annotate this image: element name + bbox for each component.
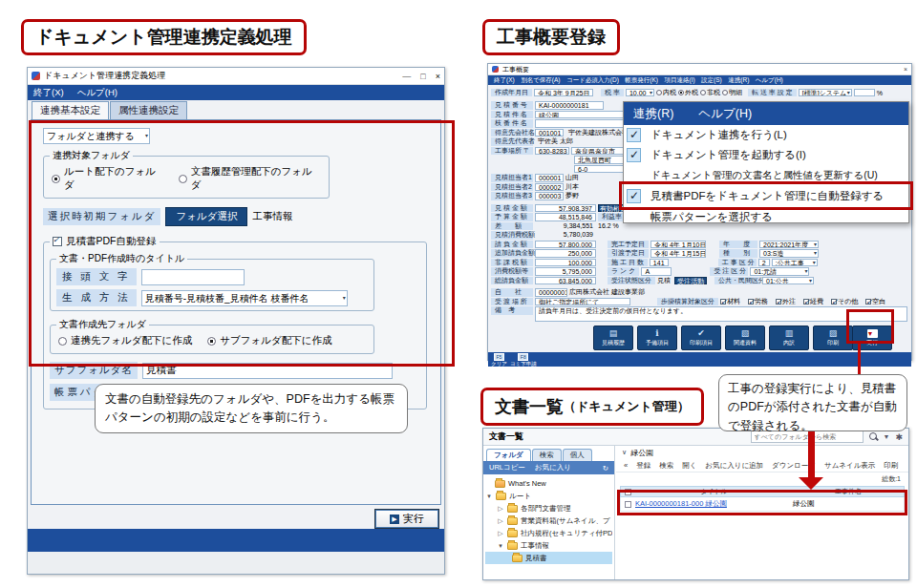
transfer-pct-input[interactable]: [854, 89, 875, 97]
minimize-icon[interactable]: —: [402, 72, 411, 81]
right-select[interactable]: :公共工事: [772, 259, 818, 267]
staff1-code-input[interactable]: 000001: [535, 174, 564, 182]
staff2-code-input[interactable]: 000002: [535, 183, 564, 192]
search-icon[interactable]: [869, 432, 878, 441]
fin-value[interactable]: 57,800,000: [535, 241, 596, 249]
close-icon[interactable]: ×: [904, 66, 907, 73]
maximize-icon[interactable]: □: [420, 72, 425, 81]
menubar-items[interactable]: 終了(X) 別名で保存(A) コード必須入力(D) 帳票発行(K) 項目連絡(I…: [494, 76, 783, 85]
check-other[interactable]: その他: [831, 297, 858, 306]
execute-button[interactable]: ▶ 実行: [375, 510, 438, 528]
menu-item-doc-linkage[interactable]: ドキュメント連携を行う(L): [624, 125, 908, 145]
tab-attr-settings[interactable]: 属性連携設定: [110, 101, 187, 119]
mid-value[interactable]: 令和 4年 1月10日: [650, 241, 706, 249]
fin-value[interactable]: 63,845,000: [535, 277, 596, 285]
right-select[interactable]: 01:元請: [750, 267, 809, 276]
radio-tax-outer[interactable]: 外税: [678, 88, 698, 97]
customer-code-input[interactable]: 001001: [535, 129, 564, 137]
expand-icon[interactable]: ▾: [485, 493, 493, 500]
fin-value[interactable]: 57,908,397: [535, 204, 596, 213]
thumbnail-view-button[interactable]: サムネイル表示: [824, 461, 875, 471]
filter-chevron-icon[interactable]: ▼: [884, 433, 890, 440]
tree-label: 営業資料箱(サムネイル、プ: [521, 516, 610, 526]
right-select[interactable]: 2021:2021年度: [759, 241, 819, 249]
menubar[interactable]: 終了(X) 別名で保存(A) コード必須入力(D) 帳票発行(K) 項目連絡(I…: [488, 75, 911, 85]
quote-no-input[interactable]: KAI-0000000181: [535, 101, 604, 110]
check-labor[interactable]: 労務: [748, 297, 768, 306]
tree-item-whats-new[interactable]: What's New: [485, 477, 612, 490]
expand-icon[interactable]: ▷: [497, 530, 504, 537]
site-zip-input[interactable]: 630-8283: [535, 147, 569, 156]
check-material[interactable]: 材料: [720, 297, 740, 306]
search-button[interactable]: 検索: [659, 461, 673, 471]
mid-value[interactable]: 141: [650, 259, 669, 267]
delivery-input[interactable]: 御社ご指定場所にて: [535, 298, 630, 306]
open-button[interactable]: 開く: [682, 461, 696, 471]
breadcrumb[interactable]: ∨ 緑公園: [616, 446, 908, 459]
menu-header: 連携(R) ヘルプ(H): [624, 102, 908, 125]
fin-value[interactable]: 48,515,846: [535, 213, 596, 221]
company-code-input[interactable]: 00000001: [535, 288, 567, 297]
gear-icon[interactable]: ✱: [895, 432, 903, 442]
print-button[interactable]: 印刷: [884, 461, 898, 471]
refresh-icon[interactable]: ↻: [603, 464, 608, 472]
favorite-button[interactable]: お気に入り: [535, 463, 571, 472]
toolbar-breakdown-button[interactable]: ▥内訳: [769, 326, 809, 350]
check-blank[interactable]: 空白: [865, 297, 885, 306]
right-select[interactable]: 03:S造: [759, 249, 819, 258]
tax-rate-select[interactable]: 10.00: [626, 89, 654, 97]
expand-icon[interactable]: ▾: [497, 542, 504, 550]
toolbar-print-items-button[interactable]: ✔印刷項目: [681, 326, 721, 350]
tab-folder[interactable]: フォルダ: [486, 449, 531, 461]
url-copy-button[interactable]: URLコピー: [489, 463, 525, 472]
menu-renkei[interactable]: 連携(R): [633, 106, 673, 122]
tree-item-internal-rules[interactable]: ▷社内規程(セキュリティ付PDF: [485, 527, 612, 539]
menu-item-select-pattern[interactable]: 帳票パターンを選択する: [624, 207, 908, 227]
check-label: 外注: [782, 297, 796, 306]
radio-tax-inner[interactable]: 内税: [656, 88, 676, 97]
right-code-input[interactable]: 2: [758, 259, 770, 267]
menu-item-launch-docmgmt[interactable]: ドキュメント管理を起動する(I): [624, 145, 908, 165]
tree-item-dept-docs[interactable]: ▷各部門文書管理: [485, 502, 612, 514]
add-favorite-button[interactable]: お気に入りに追加: [705, 461, 763, 471]
checkbox-icon: [720, 299, 726, 304]
tab-basic-settings[interactable]: 連携基本設定: [32, 101, 109, 119]
menu-exit[interactable]: 終了(X): [33, 87, 64, 99]
tab-search[interactable]: 検索: [532, 449, 562, 461]
collapse-icon[interactable]: «: [624, 461, 628, 470]
mid-value[interactable]: A: [641, 267, 672, 276]
toolbar-related-docs-button[interactable]: ▧関連資料: [725, 326, 765, 350]
fin-value[interactable]: 250,000: [535, 249, 596, 258]
menu-help[interactable]: ヘルプ(H): [698, 106, 752, 122]
radio-tax-exempt[interactable]: 非税: [700, 88, 720, 97]
radio-tax-detail[interactable]: 明細: [722, 88, 742, 97]
draft-button[interactable]: F8ヨミ下申請: [510, 353, 537, 368]
titlebar[interactable]: ドキュメント管理連携定義処理 — □ ×: [28, 68, 444, 85]
register-button[interactable]: 登録: [636, 461, 650, 471]
staff3-code-input[interactable]: 000003: [535, 192, 564, 200]
created-date-input[interactable]: 令和 3年 9月25日: [534, 89, 593, 97]
order-activity-button[interactable]: 受注活動: [674, 277, 707, 285]
tree-item-mitsumori[interactable]: 見積書: [485, 552, 612, 564]
expand-icon[interactable]: ▷: [497, 505, 504, 513]
titlebar[interactable]: 工事概要 ×: [488, 64, 911, 75]
close-icon[interactable]: ×: [436, 72, 440, 81]
mid-value[interactable]: 令和 4年 1月15日: [650, 249, 706, 258]
check-outsource[interactable]: 外注: [776, 297, 796, 306]
tree-item-koji-info[interactable]: ▾工事情報: [485, 539, 612, 552]
tree-item-root[interactable]: ▾ルート: [485, 490, 612, 502]
tree-item-sales-docs[interactable]: ▷営業資料箱(サムネイル、プ: [485, 514, 612, 527]
tab-personal[interactable]: 個人: [563, 449, 592, 461]
transfer-rate-select[interactable]: [標準]システム: [799, 89, 852, 97]
clear-button[interactable]: F5クリア: [491, 353, 507, 368]
expand-icon[interactable]: ▷: [497, 517, 504, 525]
toolbar-quote-history-button[interactable]: ▤見積履歴: [593, 326, 633, 350]
fin-value[interactable]: 5,795,000: [535, 267, 596, 276]
fin-value[interactable]: 100,000: [535, 259, 596, 267]
check-label: 材料: [727, 297, 740, 306]
menu-help[interactable]: ヘルプ(H): [77, 87, 117, 99]
toolbar-label: 内訳: [783, 339, 795, 347]
right-select[interactable]: 01:公共: [762, 277, 814, 285]
check-expense[interactable]: 経費: [803, 297, 823, 306]
toolbar-spare-items-button[interactable]: ℹ予備項目: [637, 326, 677, 350]
